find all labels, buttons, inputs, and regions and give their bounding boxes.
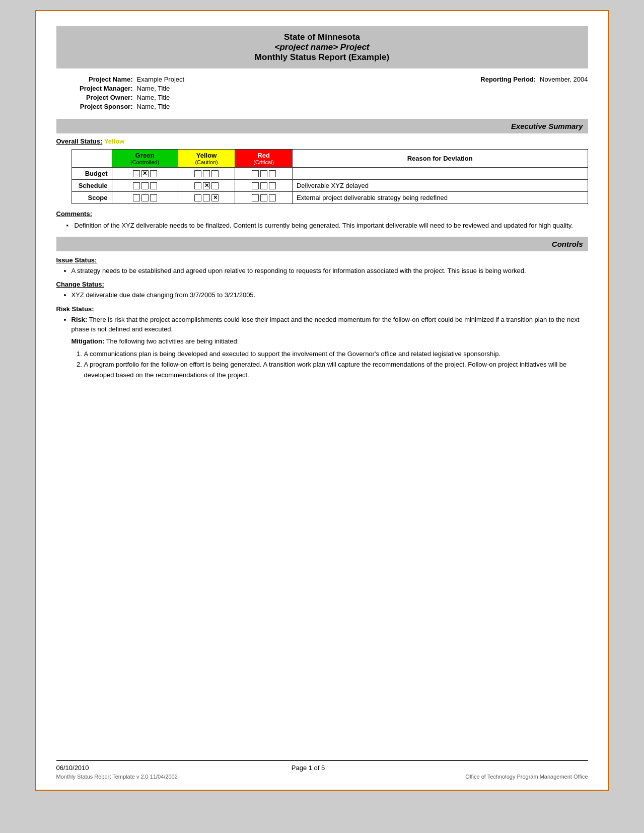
list-item: XYZ deliverable due date changing from 3… [71,290,588,300]
table-row-green [112,180,178,192]
overall-status-label: Overall Status: [56,137,103,145]
project-name-value: Example Project [137,76,481,83]
mitigation-bold: Mitigation: [71,337,105,345]
controls-header: Controls [56,237,588,251]
page: State of Minnesota <project name> Projec… [35,10,609,791]
th-reason: Reason for Deviation [292,150,588,168]
table-row-label: Budget [71,168,112,180]
list-item: Definition of the XYZ deliverable needs … [66,221,588,231]
table-row-yellow [178,180,235,192]
executive-summary-header: Executive Summary [56,119,588,133]
table-row-reason [292,168,588,180]
status-table: Green (Controlled) Yellow (Caution) Red … [71,149,588,204]
comments-section: Comments: Definition of the XYZ delivera… [56,210,588,231]
mitigation-text: Mitigation: The following two activities… [56,336,588,346]
header-line1: State of Minnesota [61,32,583,42]
project-sponsor-value: Name, Title [137,103,588,110]
controls-label: Controls [552,240,583,248]
footer-date: 06/10/2010 [56,764,89,772]
doc-header: State of Minnesota <project name> Projec… [56,26,588,68]
overall-status: Overall Status: Yellow [56,137,588,145]
change-list: XYZ deliverable due date changing from 3… [56,290,588,300]
table-row-red [235,168,293,180]
issue-list: A strategy needs to be established and a… [56,266,588,276]
header-line3: Monthly Status Report (Example) [61,52,583,62]
th-green: Green (Controlled) [112,150,178,168]
table-row-red [235,180,293,192]
project-manager-value: Name, Title [137,85,588,92]
risk-list: Risk: There is risk that the project acc… [56,315,588,334]
project-info: Project Name: Example Project Reporting … [56,74,588,114]
table-row-red [235,192,293,204]
list-item: A program portfolio for the follow-on ef… [84,360,588,381]
reporting-period-value: November, 2004 [540,76,588,83]
table-row-yellow [178,192,235,204]
table-row-reason: External project deliverable strategy be… [292,192,588,204]
list-item: A communications plan is being developed… [84,349,588,360]
project-name-label: Project Name: [56,76,137,83]
table-row-reason: Deliverable XYZ delayed [292,180,588,192]
overall-status-value: Yellow [104,137,124,145]
issue-status-label: Issue Status: [56,256,588,264]
project-owner-label: Project Owner: [56,94,137,101]
footer-page: Page 1 of 5 [292,764,325,772]
risk-text: There is risk that the project accomplis… [71,316,580,333]
comments-list: Definition of the XYZ deliverable needs … [56,221,588,231]
th-yellow: Yellow (Caution) [178,150,235,168]
executive-summary-label: Executive Summary [511,122,583,130]
table-row-green [112,168,178,180]
list-item: A strategy needs to be established and a… [71,266,588,276]
table-row-green [112,192,178,204]
project-sponsor-label: Project Sponsor: [56,103,137,110]
risk-status-label: Risk Status: [56,305,588,313]
table-row-label: Scope [71,192,112,204]
reporting-period-label: Reporting Period: [480,76,540,83]
change-status-label: Change Status: [56,281,588,288]
page-footer: 06/10/2010 Page 1 of 5 Monthly Status Re… [56,760,588,780]
comments-label: Comments: [56,210,588,218]
header-line2: <project name> Project [61,42,583,52]
risk-item: Risk: There is risk that the project acc… [71,315,588,334]
table-row-label: Schedule [71,180,112,192]
project-owner-value: Name, Title [137,94,588,101]
table-row-yellow [178,168,235,180]
controls-section: Issue Status: A strategy needs to be est… [56,256,588,381]
footer-office: Office of Technology Program Management … [465,774,588,780]
project-manager-label: Project Manager: [56,85,137,92]
footer-template: Monthly Status Report Template v 2.0 11/… [56,774,178,780]
mitigation-list: A communications plan is being developed… [56,349,588,380]
risk-bold: Risk: [71,316,88,323]
th-red: Red (Critical) [235,150,293,168]
